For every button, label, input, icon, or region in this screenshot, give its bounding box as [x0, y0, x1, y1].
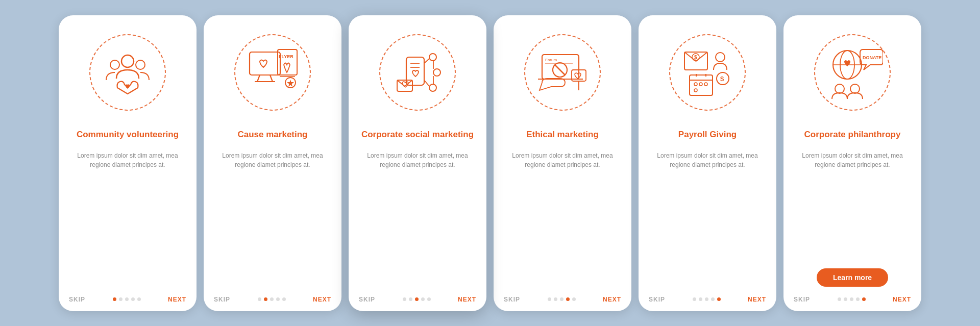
dot	[856, 297, 860, 301]
dots-3	[403, 297, 431, 301]
dot	[264, 297, 267, 301]
skip-button-4[interactable]: SKIP	[504, 296, 520, 303]
illustration-community	[82, 27, 174, 118]
illustration-cause: FLYER	[227, 27, 318, 118]
nav-row-4: SKIP NEXT	[504, 294, 621, 303]
card-title-6: Corporate philanthropy	[804, 123, 901, 146]
nav-row-6: SKIP NEXT	[794, 294, 911, 303]
illustration-payroll: $ $	[662, 27, 753, 118]
next-button-4[interactable]: NEXT	[603, 296, 621, 303]
card-body-3: Lorem ipsum dolor sit dim amet, mea regi…	[359, 151, 476, 287]
card-title-4: Ethical marketing	[526, 123, 599, 146]
dot	[844, 297, 847, 301]
card-ethical-marketing: Forum Ethical marketing Lorem ipsum dolo…	[494, 15, 631, 311]
dot	[131, 297, 135, 301]
dot	[113, 297, 116, 301]
card-title-5: Payroll Giving	[678, 123, 737, 146]
nav-row-1: SKIP NEXT	[69, 294, 186, 303]
card-title-3: Corporate social marketing	[361, 123, 474, 146]
dot	[415, 297, 419, 301]
dot	[409, 297, 412, 301]
skip-button-3[interactable]: SKIP	[359, 296, 375, 303]
card-body-2: Lorem ipsum dolor sit dim amet, mea regi…	[214, 151, 331, 287]
dot	[717, 297, 721, 301]
card-corporate-social: Corporate social marketing Lorem ipsum d…	[349, 15, 486, 311]
next-button-6[interactable]: NEXT	[893, 296, 911, 303]
dot	[699, 297, 702, 301]
dashed-circle	[234, 34, 311, 111]
dots-6	[838, 297, 866, 301]
dot	[421, 297, 425, 301]
dot	[282, 297, 286, 301]
card-body-6: Lorem ipsum dolor sit dim amet, mea regi…	[794, 151, 911, 261]
card-payroll-giving: $ $ Payroll Giving Lorem ipsum dolor sit…	[639, 15, 776, 311]
dot	[548, 297, 551, 301]
illustration-social	[372, 27, 463, 118]
dashed-circle	[89, 34, 166, 111]
dot	[572, 297, 576, 301]
card-cause-marketing: FLYER Cause marketing Lorem ipsum dolor …	[204, 15, 341, 311]
dot	[554, 297, 557, 301]
dots-4	[548, 297, 576, 301]
nav-row-5: SKIP NEXT	[649, 294, 766, 303]
dashed-circle	[379, 34, 456, 111]
dot	[276, 297, 280, 301]
dot	[693, 297, 696, 301]
dot	[711, 297, 715, 301]
learn-more-button[interactable]: Learn more	[817, 268, 888, 287]
skip-button-5[interactable]: SKIP	[649, 296, 665, 303]
card-title-2: Cause marketing	[238, 123, 308, 146]
next-button-3[interactable]: NEXT	[458, 296, 476, 303]
dot	[427, 297, 431, 301]
dots-5	[693, 297, 721, 301]
card-body-5: Lorem ipsum dolor sit dim amet, mea regi…	[649, 151, 766, 287]
dot	[125, 297, 129, 301]
nav-row-3: SKIP NEXT	[359, 294, 476, 303]
card-corporate-philanthropy: DONATE Corporate philanthropy Lorem ipsu…	[783, 15, 921, 311]
dots-2	[258, 297, 286, 301]
dot	[137, 297, 141, 301]
skip-button-2[interactable]: SKIP	[214, 296, 230, 303]
nav-row-2: SKIP NEXT	[214, 294, 331, 303]
dot	[119, 297, 122, 301]
card-title-1: Community volunteering	[77, 123, 179, 146]
dashed-circle	[524, 34, 601, 111]
next-button-1[interactable]: NEXT	[168, 296, 186, 303]
dot	[838, 297, 841, 301]
cards-container: Community volunteering Lorem ipsum dolor…	[59, 15, 921, 311]
dots-1	[113, 297, 141, 301]
next-button-5[interactable]: NEXT	[748, 296, 766, 303]
dot	[560, 297, 564, 301]
next-button-2[interactable]: NEXT	[313, 296, 331, 303]
dot	[258, 297, 261, 301]
illustration-ethical: Forum	[517, 27, 608, 118]
dot	[566, 297, 570, 301]
dot	[270, 297, 274, 301]
card-body-4: Lorem ipsum dolor sit dim amet, mea regi…	[504, 151, 621, 287]
card-community-volunteering: Community volunteering Lorem ipsum dolor…	[59, 15, 197, 311]
skip-button-6[interactable]: SKIP	[794, 296, 810, 303]
dot	[705, 297, 708, 301]
dashed-circle	[814, 34, 891, 111]
dashed-circle	[669, 34, 746, 111]
dot	[403, 297, 406, 301]
skip-button-1[interactable]: SKIP	[69, 296, 85, 303]
dot	[862, 297, 866, 301]
card-body-1: Lorem ipsum dolor sit dim amet, mea regi…	[69, 151, 186, 287]
dot	[850, 297, 853, 301]
illustration-philanthropy: DONATE	[806, 27, 898, 118]
